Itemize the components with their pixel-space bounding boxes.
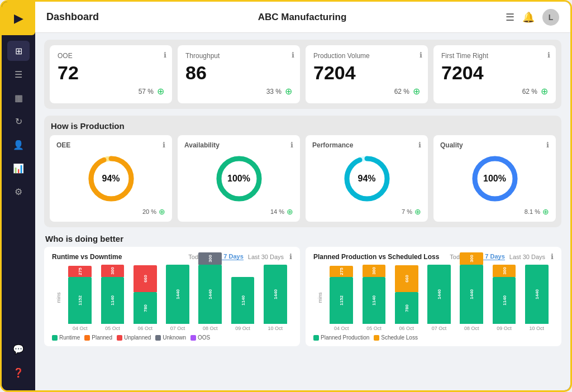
sidebar-bottom: 💬 ❓ xyxy=(7,339,30,390)
bar-group: 115227504 Oct xyxy=(65,266,94,331)
legend-label: Unplanned xyxy=(124,334,151,341)
gauge-pct-performance: 7 % xyxy=(402,208,412,215)
bar-value-label: 1440 xyxy=(175,289,180,299)
donut-performance: 94% xyxy=(342,154,392,204)
bar-value-label: 275 xyxy=(339,267,344,275)
gauge-bottom-availability: 14 % ⊕ xyxy=(270,207,293,216)
sidebar-item-chat[interactable]: 💬 xyxy=(7,339,30,359)
gauge-arrow-quality: ⊕ xyxy=(542,207,549,216)
bar-segment: 300 xyxy=(198,252,222,265)
legend-dot xyxy=(52,335,58,341)
kpi-value-production_volume: 7204 xyxy=(313,62,420,84)
runtime-chart-header: Runtime vs Downtime Today Last 7 Days La… xyxy=(52,252,292,261)
legend-item: Unplanned xyxy=(117,334,151,341)
sidebar-item-analytics[interactable]: 📊 xyxy=(7,158,30,178)
legend-label: Runtime xyxy=(59,334,80,341)
bar-date-label: 07 Oct xyxy=(170,326,185,331)
bar-group: 144007 Oct xyxy=(163,265,192,331)
app-logo[interactable]: ▶ xyxy=(2,2,35,35)
kpi-label-throughput: Throughput xyxy=(185,52,292,60)
kpi-row: OOE ℹ 72 57 % ⊕ Throughput ℹ 86 33 % ⊕ P… xyxy=(44,40,561,109)
sidebar-item-sync[interactable]: ↻ xyxy=(7,111,30,131)
production-section: How is Production OEE ℹ 94% 20 % ⊕ Avail… xyxy=(44,116,561,227)
bar-value-label: 275 xyxy=(78,267,83,275)
help-icon: ❓ xyxy=(13,367,24,378)
gauge-info-oee[interactable]: ℹ xyxy=(163,141,165,149)
bar-value-label: 1152 xyxy=(78,295,83,305)
gauge-bottom-quality: 8.1 % ⊕ xyxy=(525,207,549,216)
bar-value-label: 1440 xyxy=(273,289,278,299)
gauge-card-performance: Performance ℹ 94% 7 % ⊕ xyxy=(306,135,428,222)
bar-date-label: 06 Oct xyxy=(137,326,152,331)
runtime-info-icon[interactable]: ℹ xyxy=(289,252,292,261)
gauge-info-quality[interactable]: ℹ xyxy=(546,141,549,149)
sidebar: ▶ ⊞ ☰ ▦ ↻ 👤 📊 ⚙ xyxy=(2,2,35,390)
bar-stack: 780660 xyxy=(131,265,160,324)
kpi-pct-throughput: 33 % xyxy=(266,88,282,95)
runtime-chart-title: Runtime vs Downtime xyxy=(52,253,122,261)
bell-icon[interactable]: 🔔 xyxy=(522,11,535,23)
gauge-label-performance: Performance xyxy=(312,141,353,149)
bar-group: 114030005 Oct xyxy=(359,265,388,331)
kpi-label-first_time_right: First Time Right xyxy=(441,52,548,60)
analytics-icon: 📊 xyxy=(13,163,24,174)
bar-segment: 780 xyxy=(395,292,418,324)
legend-item: Planned xyxy=(84,334,112,341)
sidebar-item-reports[interactable]: ☰ xyxy=(7,64,30,84)
gauge-card-availability: Availability ℹ 100% 14 % ⊕ xyxy=(178,135,300,222)
planned-info-icon[interactable]: ℹ xyxy=(551,252,554,261)
bar-date-label: 08 Oct xyxy=(464,326,479,331)
kpi-pct-first_time_right: 62 % xyxy=(522,88,537,95)
bar-value-label: 780 xyxy=(404,304,409,312)
bar-segment: 1152 xyxy=(330,277,353,324)
main-content: Dashboard ABC Manufacturing ☰ 🔔 L OOE ℹ … xyxy=(35,2,570,390)
gauge-header-quality: Quality ℹ xyxy=(440,141,549,149)
bar-segment: 1440 xyxy=(460,265,483,324)
sidebar-item-settings[interactable]: ⚙ xyxy=(7,181,30,202)
who-section: Who is doing better Runtime vs Downtime … xyxy=(44,234,561,346)
planned-filter-30days[interactable]: Last 30 Days xyxy=(509,254,545,260)
kpi-info-throughput[interactable]: ℹ xyxy=(292,51,294,59)
runtime-filter-30days[interactable]: Last 30 Days xyxy=(248,254,284,260)
avatar[interactable]: L xyxy=(542,9,559,26)
bar-group: 144030008 Oct xyxy=(196,252,225,331)
bar-segment: 300 xyxy=(460,252,483,265)
production-title: How is Production xyxy=(50,121,556,131)
sync-icon: ↻ xyxy=(15,116,22,127)
gauge-info-performance[interactable]: ℹ xyxy=(418,141,421,149)
kpi-info-first_time_right[interactable]: ℹ xyxy=(547,51,550,59)
bar-group: 144007 Oct xyxy=(425,265,454,331)
bar-stack: 1440300 xyxy=(196,252,225,324)
gauge-pct-oee: 20 % xyxy=(142,208,156,215)
bar-group: 144010 Oct xyxy=(522,265,551,331)
sidebar-item-chart[interactable]: ▦ xyxy=(7,88,30,108)
bar-value-label: 300 xyxy=(502,267,507,274)
bar-group: 78066006 Oct xyxy=(131,265,160,331)
kpi-bottom-ooe: 57 % ⊕ xyxy=(58,86,164,97)
bar-group: 114030005 Oct xyxy=(98,265,127,331)
logo-icon: ▶ xyxy=(14,11,23,26)
bar-stack: 1152275 xyxy=(327,266,356,324)
donut-quality: 100% xyxy=(470,154,520,204)
gauge-header-availability: Availability ℹ xyxy=(184,141,293,149)
planned-chart-title: Planned Production vs Scheduled Loss xyxy=(313,253,439,261)
kpi-value-ooe: 72 xyxy=(58,62,164,84)
bar-segment: 1140 xyxy=(363,277,386,324)
planned-chart-header: Planned Production vs Scheduled Loss Tod… xyxy=(313,252,554,261)
bar-segment: 1440 xyxy=(264,265,287,324)
gauge-card-quality: Quality ℹ 100% 8.1 % ⊕ xyxy=(433,135,556,222)
bar-segment: 1440 xyxy=(427,265,451,324)
bar-stack: 1140300 xyxy=(98,265,127,324)
kpi-info-ooe[interactable]: ℹ xyxy=(164,51,166,59)
kpi-info-production_volume[interactable]: ℹ xyxy=(420,51,422,59)
sidebar-item-dashboard[interactable]: ⊞ xyxy=(7,41,30,61)
legend-dot xyxy=(117,335,122,341)
sidebar-item-help[interactable]: ❓ xyxy=(7,362,30,383)
runtime-y-label: mins xyxy=(56,292,61,303)
bar-value-label: 300 xyxy=(469,255,474,262)
dashboard-icon: ⊞ xyxy=(15,46,22,56)
sidebar-item-user[interactable]: 👤 xyxy=(7,135,30,155)
menu-icon[interactable]: ☰ xyxy=(506,11,514,23)
gauge-arrow-performance: ⊕ xyxy=(414,207,421,216)
gauge-info-availability[interactable]: ℹ xyxy=(290,141,293,149)
